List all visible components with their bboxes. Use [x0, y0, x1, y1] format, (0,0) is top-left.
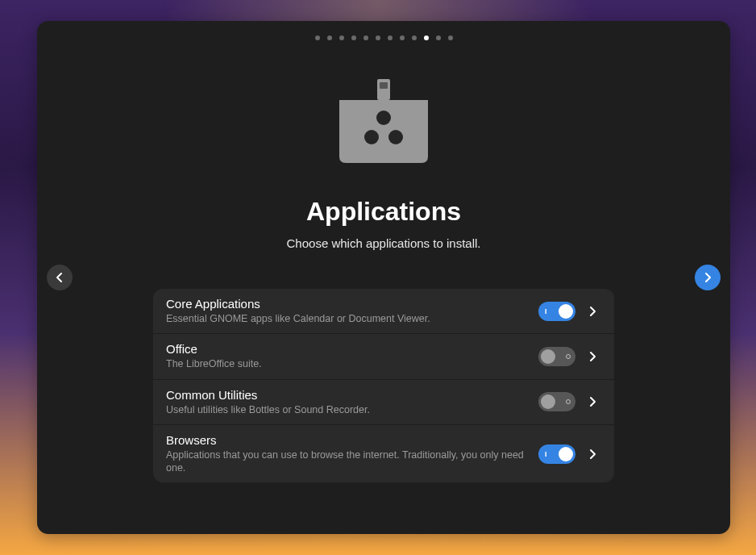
back-button[interactable]	[47, 265, 73, 290]
row-title: Browsers	[166, 433, 529, 447]
shopping-bag-icon	[339, 79, 428, 166]
toggle-common-utilities[interactable]	[538, 392, 575, 411]
svg-rect-1	[380, 82, 388, 89]
chevron-right-icon	[703, 272, 712, 283]
chevron-right-icon[interactable]	[585, 446, 601, 462]
row-browsers[interactable]: Browsers Applications that you can use t…	[153, 425, 614, 483]
toggle-core-applications[interactable]: I	[538, 302, 575, 321]
page-dot[interactable]	[448, 35, 453, 40]
row-title: Common Utilities	[166, 388, 529, 402]
page-dot[interactable]	[351, 35, 356, 40]
row-desc: Applications that you can use to browse …	[166, 449, 529, 475]
page-indicator	[315, 35, 453, 40]
installer-panel: Applications Choose which applications t…	[37, 21, 730, 534]
svg-point-2	[376, 111, 391, 125]
svg-rect-0	[377, 79, 390, 100]
svg-point-4	[388, 130, 403, 144]
page-dot[interactable]	[315, 35, 320, 40]
row-title: Core Applications	[166, 297, 529, 311]
chevron-left-icon	[55, 272, 64, 283]
page-dot[interactable]	[339, 35, 344, 40]
row-title: Office	[166, 342, 529, 356]
page-dot[interactable]	[388, 35, 393, 40]
page-dot[interactable]	[400, 35, 405, 40]
page-title: Applications	[306, 197, 461, 227]
page-dot[interactable]	[376, 35, 380, 40]
page-dot[interactable]	[363, 35, 368, 40]
page-dot[interactable]	[436, 35, 441, 40]
row-desc: Essential GNOME apps like Calendar or Do…	[166, 312, 529, 325]
page-dot-active[interactable]	[424, 35, 429, 40]
next-button[interactable]	[695, 265, 721, 290]
chevron-right-icon[interactable]	[585, 303, 601, 319]
row-core-applications[interactable]: Core Applications Essential GNOME apps l…	[153, 289, 614, 334]
toggle-browsers[interactable]: I	[538, 444, 575, 464]
page-dot[interactable]	[412, 35, 417, 40]
page-dot[interactable]	[327, 35, 332, 40]
row-desc: The LibreOffice suite.	[166, 357, 529, 370]
page-subtitle: Choose which applications to install.	[287, 236, 481, 250]
svg-point-3	[364, 130, 379, 144]
row-office[interactable]: Office The LibreOffice suite.	[153, 334, 614, 379]
chevron-right-icon[interactable]	[585, 348, 601, 365]
chevron-right-icon[interactable]	[585, 394, 601, 410]
row-common-utilities[interactable]: Common Utilities Useful utilities like B…	[153, 380, 614, 425]
row-desc: Useful utilities like Bottles or Sound R…	[166, 403, 529, 416]
applications-list: Core Applications Essential GNOME apps l…	[153, 289, 614, 482]
toggle-office[interactable]	[538, 347, 575, 366]
